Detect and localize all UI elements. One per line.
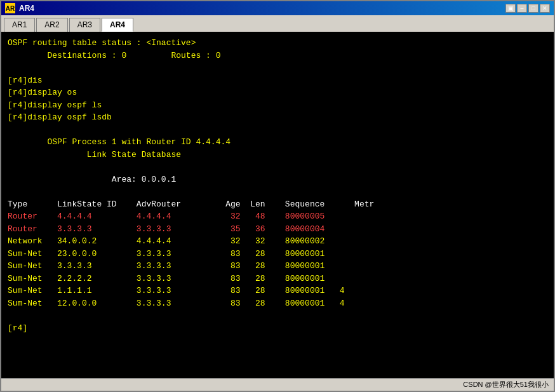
tab-ar3[interactable]: AR3 — [69, 18, 100, 32]
line-blank5 — [8, 309, 547, 322]
status-text: CSDN @世界很大51我很小 — [463, 380, 549, 389]
status-bar: CSDN @世界很大51我很小 — [1, 378, 554, 391]
line-sumnet3: Sum-Net 2.2.2.2 3.3.3.3 83 28 80000001 — [8, 273, 547, 285]
line-display-ospf-lsdb: [r4]display ospf lsdb — [8, 111, 547, 124]
line-display-ospf-ls: [r4]display ospf ls — [8, 99, 547, 112]
tab-ar4[interactable]: AR4 — [102, 18, 133, 32]
line-sumnet5: Sum-Net 12.0.0.0 3.3.3.3 83 28 80000001 … — [8, 297, 547, 310]
line-ospf-status: OSPF routing table status : <Inactive> — [8, 37, 547, 50]
line-ospf-process: OSPF Process 1 with Router ID 4.4.4.4 — [8, 136, 547, 149]
line-router1: Router 4.4.4.4 4.4.4.4 32 48 80000005 — [8, 210, 547, 223]
line-sumnet1: Sum-Net 23.0.0.0 3.3.3.3 83 28 80000001 — [8, 248, 547, 260]
title-bar-left: AR AR4 — [5, 3, 34, 13]
line-destinations: Destinations : 0 Routes : 0 — [8, 50, 547, 62]
main-window: AR AR4 ▣ – □ ✕ AR1 AR2 AR3 AR4 OSPF rout… — [0, 0, 555, 392]
line-blank4 — [8, 186, 547, 198]
line-area: Area: 0.0.0.1 — [8, 173, 547, 186]
line-network: Network 34.0.0.2 4.4.4.4 32 32 80000002 — [8, 235, 547, 248]
tab-ar1[interactable]: AR1 — [4, 18, 35, 32]
line-lsdb-title: Link State Database — [8, 149, 547, 161]
close-button[interactable]: ✕ — [540, 4, 550, 13]
line-display-os: [r4]display os — [8, 86, 547, 99]
line-prompt: [r4] — [8, 322, 547, 335]
window-title: AR4 — [19, 4, 34, 13]
line-blank3 — [8, 161, 547, 173]
line-col-header: Type LinkState ID AdvRouter Age Len Sequ… — [8, 198, 547, 211]
line-sumnet4: Sum-Net 1.1.1.1 3.3.3.3 83 28 80000001 4 — [8, 285, 547, 297]
line-sumnet2: Sum-Net 3.3.3.3 3.3.3.3 83 28 80000001 — [8, 260, 547, 273]
tabs-bar: AR1 AR2 AR3 AR4 — [1, 15, 554, 32]
tab-ar2[interactable]: AR2 — [36, 18, 67, 32]
line-blank2 — [8, 124, 547, 137]
line-dis: [r4]dis — [8, 74, 547, 87]
title-bar-buttons: ▣ – □ ✕ — [505, 4, 550, 13]
line-router2: Router 3.3.3.3 3.3.3.3 35 36 80000004 — [8, 223, 547, 236]
restore-button[interactable]: ▣ — [505, 4, 516, 13]
terminal-area[interactable]: OSPF routing table status : <Inactive> D… — [1, 32, 554, 378]
title-bar: AR AR4 ▣ – □ ✕ — [1, 1, 554, 15]
maximize-button[interactable]: □ — [528, 4, 538, 13]
line-blank1 — [8, 62, 547, 74]
minimize-button[interactable]: – — [517, 4, 527, 13]
app-icon: AR — [5, 3, 15, 13]
